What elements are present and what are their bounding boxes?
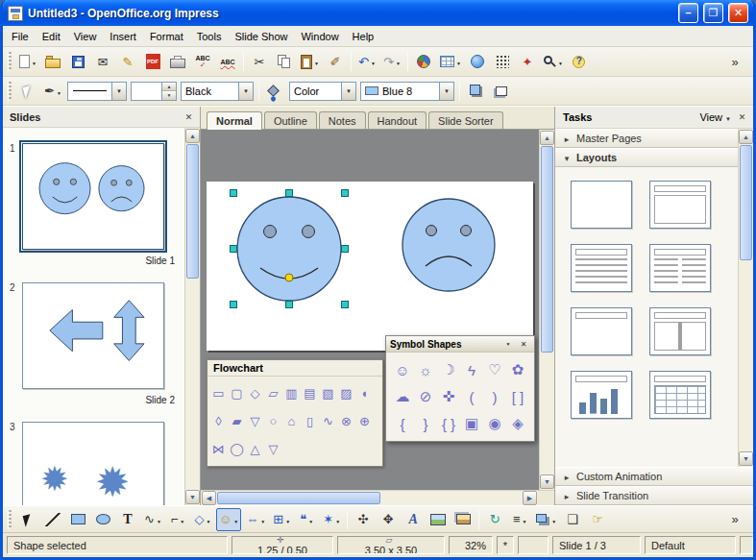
slide-frame[interactable]: ✹ ✹ xyxy=(22,422,164,505)
puzzle-shape-icon[interactable]: ✜ xyxy=(437,383,460,410)
from-file-icon[interactable] xyxy=(427,508,450,531)
rectangle-icon[interactable] xyxy=(66,508,89,531)
scrollbar-thumb[interactable] xyxy=(541,146,553,353)
flower-shape-icon[interactable]: ✿ xyxy=(506,356,529,383)
flowchart-merge-shape[interactable]: ▽ xyxy=(264,435,282,463)
lightning-shape-icon[interactable]: ϟ xyxy=(460,356,483,383)
vertical-scrollbar[interactable] xyxy=(539,130,554,490)
flowchart-document-shape[interactable]: ▧ xyxy=(319,379,337,407)
tab-handout[interactable]: Handout xyxy=(368,111,427,129)
spellcheck-icon[interactable]: ABC xyxy=(191,50,214,73)
impress-app-icon[interactable] xyxy=(8,6,23,21)
dropdown-caret-icon[interactable] xyxy=(371,56,376,67)
hyperlink-icon[interactable] xyxy=(466,50,489,73)
toolbar-handle[interactable] xyxy=(8,52,12,71)
close-button[interactable]: ✕ xyxy=(728,3,748,23)
display-grid-icon[interactable] xyxy=(491,50,514,73)
menu-file[interactable]: File xyxy=(5,28,36,45)
close-icon[interactable] xyxy=(182,110,196,124)
slides-scrollbar[interactable] xyxy=(184,128,200,505)
edit-file-icon[interactable]: ✎ xyxy=(116,50,139,73)
toolbar-handle[interactable] xyxy=(8,82,12,101)
menu-edit[interactable]: Edit xyxy=(36,28,67,45)
toolbar-options-icon[interactable] xyxy=(501,338,515,351)
flowchart-decision-shape[interactable]: ◇ xyxy=(246,379,264,407)
selection-handle[interactable] xyxy=(286,302,293,308)
left-brace-shape-icon[interactable]: { xyxy=(391,410,414,437)
symbol-shapes-titlebar[interactable]: Symbol Shapes xyxy=(386,336,534,353)
flowchart-panel-title[interactable]: Flowchart xyxy=(207,360,382,377)
basic-shapes-icon[interactable]: ◇ xyxy=(191,508,214,531)
layout-title-only[interactable] xyxy=(571,307,632,355)
text-icon[interactable]: T xyxy=(116,508,139,531)
menu-insert[interactable]: Insert xyxy=(103,28,143,45)
menu-slide-show[interactable]: Slide Show xyxy=(228,28,294,45)
titlebar[interactable]: Untitled3 - OpenOffice.org Impress – ❐ ✕ xyxy=(3,0,753,26)
scroll-down-icon[interactable] xyxy=(185,490,200,504)
section-layouts[interactable]: Layouts xyxy=(555,148,738,167)
dropdown-caret-icon[interactable] xyxy=(396,56,401,67)
symbol-shapes-icon[interactable]: ☺ xyxy=(216,508,241,531)
prohibited-shape-icon[interactable]: ⊘ xyxy=(414,383,437,410)
section-custom-animation[interactable]: Custom Animation xyxy=(555,467,753,486)
spinner-buttons[interactable] xyxy=(161,83,176,100)
dropdown-caret-icon[interactable] xyxy=(260,514,265,525)
line-style-combobox[interactable] xyxy=(67,82,127,101)
line-icon[interactable] xyxy=(41,508,64,531)
redo-icon[interactable]: ↷ xyxy=(380,50,403,73)
scroll-right-icon[interactable] xyxy=(523,491,537,505)
tab-outline[interactable]: Outline xyxy=(264,111,317,129)
save-icon[interactable] xyxy=(66,50,89,73)
menu-view[interactable]: View xyxy=(67,28,104,45)
combo-dropdown-icon[interactable] xyxy=(111,83,126,100)
spin-up-icon[interactable] xyxy=(162,83,176,91)
selection-handle[interactable] xyxy=(231,246,237,253)
dropdown-caret-icon[interactable] xyxy=(335,514,340,525)
left-bracket-shape-icon[interactable]: ( xyxy=(460,383,483,410)
select-pointer-icon[interactable] xyxy=(16,80,39,103)
selection-handle[interactable] xyxy=(231,302,237,308)
zoom-level[interactable]: 32% xyxy=(449,536,493,554)
export-pdf-icon[interactable]: PDF xyxy=(141,50,164,73)
more-buttons-icon[interactable]: » xyxy=(723,508,746,531)
double-brace-shape-icon[interactable]: { } xyxy=(437,410,460,437)
scroll-up-icon[interactable] xyxy=(739,130,753,144)
flowchart-magnetic-disc-shape[interactable]: ◯ xyxy=(228,435,246,463)
scrollbar-thumb[interactable] xyxy=(740,145,752,260)
slide-thumbnail[interactable]: 3 xyxy=(22,422,177,505)
help-icon[interactable]: ? xyxy=(568,50,591,73)
spreadsheet-icon[interactable] xyxy=(437,50,464,73)
layout-title-two-text[interactable] xyxy=(649,244,711,292)
dropdown-caret-icon[interactable] xyxy=(180,514,184,525)
cut-icon[interactable]: ✂ xyxy=(248,50,271,73)
copy-icon[interactable] xyxy=(273,50,296,73)
selection-handle[interactable] xyxy=(342,246,349,253)
layout-title-table[interactable] xyxy=(649,371,711,419)
frowny-face-shape[interactable] xyxy=(402,199,495,291)
layout-title-two-content[interactable] xyxy=(649,307,711,355)
cloud-shape-icon[interactable]: ☁ xyxy=(391,383,414,410)
open-icon[interactable] xyxy=(41,50,64,73)
undo-icon[interactable]: ↶ xyxy=(355,50,378,73)
close-icon[interactable] xyxy=(517,338,530,351)
dropdown-caret-icon[interactable] xyxy=(308,514,313,525)
combo-dropdown-icon[interactable] xyxy=(439,83,453,100)
flowchart-manual-input-shape[interactable]: ▰ xyxy=(228,407,246,435)
selection-handle[interactable] xyxy=(342,302,349,308)
moon-shape-icon[interactable]: ☽ xyxy=(437,356,460,383)
menu-window[interactable]: Window xyxy=(294,28,345,45)
octagon-bevel-shape-icon[interactable]: ◉ xyxy=(483,410,506,437)
flowchart-icon[interactable]: ⊞ xyxy=(270,508,293,531)
tab-slide-sorter[interactable]: Slide Sorter xyxy=(428,111,502,129)
line-color-combobox[interactable]: Black xyxy=(181,82,254,101)
slide-canvas[interactable] xyxy=(207,182,533,351)
line-style-pen-icon[interactable]: ✒ xyxy=(41,80,64,103)
double-bracket-shape-icon[interactable]: [ ] xyxy=(506,383,529,410)
section-slide-transition[interactable]: Slide Transition xyxy=(555,486,753,505)
flowchart-manual-operation-shape[interactable]: ▽ xyxy=(246,407,264,435)
spin-down-icon[interactable] xyxy=(162,90,176,100)
dropdown-caret-icon[interactable] xyxy=(32,56,37,67)
smile-adjust-handle[interactable] xyxy=(285,274,293,281)
interaction-icon[interactable]: ☞ xyxy=(586,508,609,531)
menu-help[interactable]: Help xyxy=(346,28,381,45)
